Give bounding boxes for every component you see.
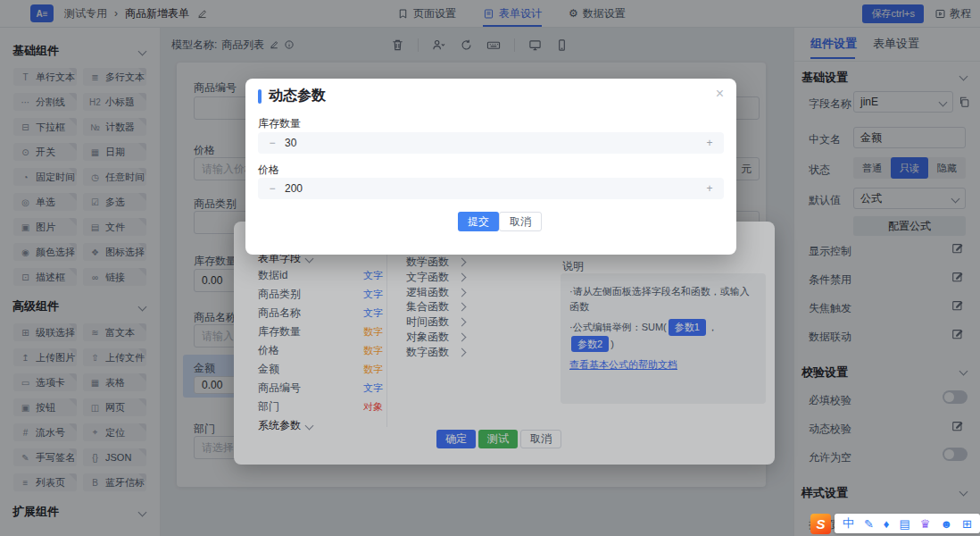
price-param-value[interactable]: 200 — [285, 182, 303, 195]
app-screen: A≡ 测试专用 › 商品新增表单 页面设置 表单设计 ⚙ 数据设置 保存ctrl… — [0, 0, 980, 536]
minus-button[interactable]: − — [267, 182, 278, 195]
ime-tool-icon[interactable]: 中 — [843, 515, 854, 532]
ime-tool-icon[interactable]: ▤ — [899, 517, 909, 531]
ime-tool-icon[interactable]: ⊞ — [962, 517, 972, 531]
stock-param-stepper: − 30 + — [258, 132, 724, 154]
stock-param-value[interactable]: 30 — [285, 137, 296, 149]
plus-button[interactable]: + — [704, 182, 715, 195]
price-param-label: 价格 — [258, 163, 279, 178]
plus-button[interactable]: + — [704, 137, 715, 149]
ime-tool-icon[interactable]: ♛ — [920, 517, 931, 531]
minus-button[interactable]: − — [267, 137, 278, 149]
submit-button[interactable]: 提交 — [458, 212, 499, 231]
close-icon[interactable]: × — [716, 86, 724, 102]
modal-title: 动态参数 — [269, 87, 326, 105]
ime-tool-icon[interactable]: ☻ — [940, 517, 952, 531]
title-accent-bar — [258, 89, 262, 104]
ime-tool-icon[interactable]: ♦ — [884, 517, 890, 531]
ime-toolbar: 中 ✎ ♦ ▤ ♛ ☻ ⊞ — [835, 514, 980, 533]
cancel-button[interactable]: 取消 — [499, 212, 542, 231]
ime-taskbar: S 中 ✎ ♦ ▤ ♛ ☻ ⊞ — [810, 513, 980, 534]
sogou-logo-icon[interactable]: S — [810, 514, 831, 534]
stock-param-label: 库存数量 — [258, 116, 301, 131]
price-param-stepper: − 200 + — [258, 178, 724, 199]
ime-tool-icon[interactable]: ✎ — [864, 517, 874, 531]
dynamic-params-modal: 动态参数 × 库存数量 − 30 + 价格 − 200 + 提交 取消 — [245, 79, 736, 255]
